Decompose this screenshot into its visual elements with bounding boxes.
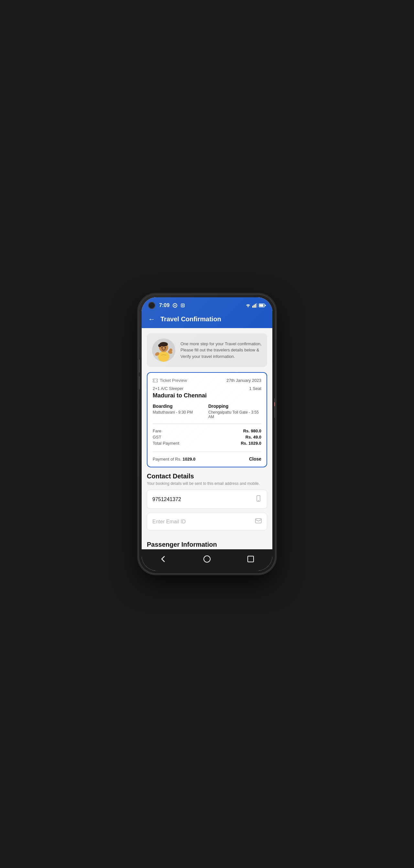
- svg-rect-5: [253, 305, 254, 308]
- ticket-footer: Payment of Rs. 1029.0 Close: [153, 456, 261, 462]
- fare-row: Fare Rs. 980.0: [153, 429, 261, 433]
- fare-section: Fare Rs. 980.0 GST Rs. 49.0 Total Paymen…: [153, 429, 261, 452]
- ticket-seats: 1 Seat: [249, 386, 261, 391]
- phone-screen: 7:09: [142, 297, 272, 571]
- ticket-route: Madurai to Chennai: [153, 392, 261, 399]
- back-nav-icon: [160, 555, 167, 563]
- svg-rect-3: [182, 305, 184, 306]
- payment-text: Payment of Rs. 1029.0: [153, 457, 195, 462]
- home-nav-icon: [203, 555, 211, 563]
- contact-title: Contact Details: [147, 472, 267, 480]
- boarding-info: Boarding Mattuthavani - 9:30 PM: [153, 404, 206, 419]
- music-icon: [172, 303, 178, 308]
- gst-row: GST Rs. 49.0: [153, 435, 261, 439]
- total-value: Rs. 1029.0: [241, 441, 261, 446]
- svg-rect-22: [258, 500, 259, 501]
- status-bar: 7:09: [142, 297, 272, 312]
- nav-bar: ← Travel Confirmation: [142, 312, 272, 328]
- info-text: One more step for your Travel confirmati…: [180, 341, 262, 360]
- email-icon: [255, 518, 262, 525]
- email-svg-icon: [255, 518, 262, 523]
- passenger-title: Passenger Information: [147, 541, 267, 548]
- phone-input[interactable]: [152, 497, 255, 502]
- phone-svg-icon: [255, 495, 262, 502]
- contact-section: Contact Details Your booking details wil…: [147, 472, 267, 534]
- svg-rect-6: [255, 304, 256, 308]
- side-button[interactable]: [274, 398, 275, 418]
- page-title: Travel Confirmation: [161, 315, 221, 323]
- ticket-icon: [153, 379, 158, 382]
- phone-input-container[interactable]: [147, 490, 267, 509]
- status-time: 7:09: [159, 303, 170, 308]
- dropping-value: Chengalpattu Toll Gate - 3:55 AM: [208, 410, 261, 419]
- svg-point-18: [162, 347, 163, 348]
- svg-point-17: [158, 344, 162, 347]
- signal-icon: [252, 303, 257, 308]
- svg-point-19: [165, 347, 166, 348]
- gst-label: GST: [153, 435, 162, 439]
- contact-subtitle: Your booking details will be sent to thi…: [147, 481, 267, 486]
- svg-point-11: [158, 351, 170, 362]
- main-content: One more step for your Travel confirmati…: [142, 328, 272, 549]
- svg-rect-10: [265, 305, 266, 306]
- info-banner: One more step for your Travel confirmati…: [147, 333, 267, 367]
- gst-value: Rs. 49.0: [245, 435, 261, 439]
- bottom-nav: [142, 549, 272, 571]
- ticket-type: 2+1 A/C Sleeper: [153, 386, 183, 391]
- svg-rect-7: [256, 303, 257, 308]
- ticket-type-row: 2+1 A/C Sleeper 1 Seat: [153, 386, 261, 391]
- back-button[interactable]: ←: [148, 316, 155, 323]
- svg-rect-23: [255, 519, 261, 523]
- svg-rect-4: [252, 306, 253, 308]
- phone-icon: [255, 495, 262, 503]
- svg-rect-9: [260, 305, 264, 307]
- avatar-illustration: [154, 340, 173, 362]
- total-label: Total Payment: [153, 441, 179, 446]
- camera-dot: [148, 302, 155, 309]
- payment-amount: 1029.0: [183, 457, 196, 462]
- svg-point-1: [174, 305, 176, 306]
- fare-label: Fare: [153, 429, 162, 433]
- wifi-icon: [245, 303, 251, 308]
- nav-recent-button[interactable]: [245, 554, 256, 564]
- nav-back-button[interactable]: [158, 554, 169, 564]
- passenger-section: Passenger Information Primary Passenger …: [147, 541, 267, 549]
- boarding-dropping: Boarding Mattuthavani - 9:30 PM Dropping…: [153, 404, 261, 424]
- svg-point-14: [169, 348, 172, 352]
- ticket-label: Ticket Preview: [153, 378, 187, 383]
- battery-icon: [259, 304, 266, 307]
- fare-value: Rs. 980.0: [243, 429, 261, 433]
- close-button[interactable]: Close: [249, 456, 261, 462]
- nav-home-button[interactable]: [202, 554, 212, 564]
- ticket-date: 27th January 2023: [227, 378, 261, 383]
- total-row: Total Payment Rs. 1029.0: [153, 441, 261, 446]
- ticket-card: Ticket Preview 27th January 2023 2+1 A/C…: [147, 372, 267, 467]
- recent-nav-icon: [247, 556, 254, 562]
- email-input-container[interactable]: [147, 513, 267, 530]
- ticket-header: Ticket Preview 27th January 2023: [153, 378, 261, 383]
- boarding-value: Mattuthavani - 9:30 PM: [153, 410, 206, 414]
- status-icons: [245, 303, 266, 308]
- avatar: [152, 338, 175, 362]
- vol-buttons: [139, 360, 140, 393]
- sim-icon: [180, 303, 185, 308]
- phone-shell: 7:09: [139, 295, 275, 573]
- boarding-label: Boarding: [153, 404, 206, 409]
- dropping-label: Dropping: [208, 404, 261, 409]
- email-input[interactable]: [152, 519, 255, 525]
- dropping-info: Dropping Chengalpattu Toll Gate - 3:55 A…: [208, 404, 261, 419]
